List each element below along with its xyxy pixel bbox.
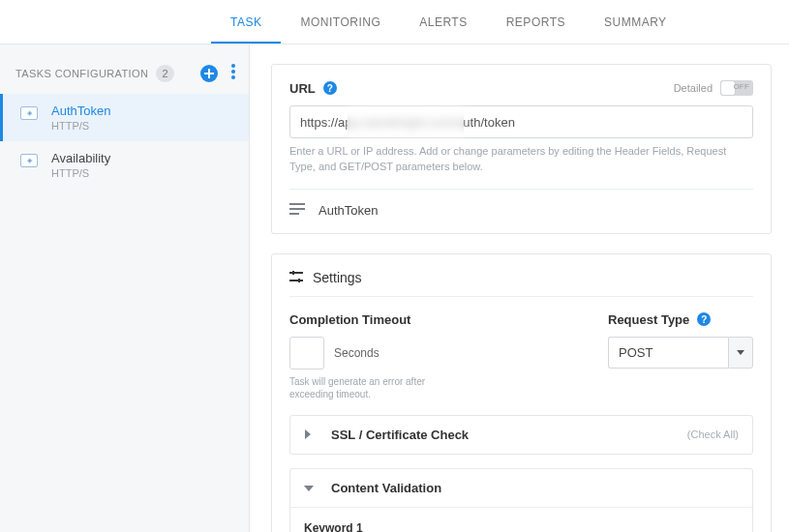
completion-timeout-hint: Task will generate an error after exceed… [289, 375, 444, 401]
content-validation-accordion: Content Validation Keyword 1 [289, 468, 753, 532]
svg-point-0 [231, 64, 235, 68]
completion-timeout-block: Completion Timeout Seconds Task will gen… [289, 312, 444, 401]
plus-icon [204, 69, 214, 78]
settings-title: Settings [313, 270, 362, 285]
content-validation-body: Keyword 1 [290, 507, 752, 532]
detailed-toggle[interactable]: OFF [720, 80, 753, 96]
ssl-check-all-link[interactable]: (Check All) [687, 429, 739, 440]
tab-reports[interactable]: REPORTS [487, 2, 585, 44]
svg-point-2 [231, 75, 235, 79]
ssl-accordion: SSL / Certificate Check (Check All) [289, 415, 753, 455]
sidebar-item-availability[interactable]: ◈ Availability HTTP/S [0, 141, 249, 189]
divider [289, 189, 753, 190]
svg-point-1 [231, 70, 235, 74]
toggle-state-text: OFF [733, 82, 749, 91]
sidebar: TASKS CONFIGURATION 2 ◈ AuthToken HTTP/S… [0, 44, 250, 532]
ssl-accordion-toggle[interactable]: SSL / Certificate Check (Check All) [290, 416, 752, 454]
more-menu-button[interactable] [231, 64, 235, 82]
sidebar-header: TASKS CONFIGURATION 2 [0, 52, 249, 94]
url-label: URL [289, 81, 316, 96]
completion-timeout-unit: Seconds [334, 346, 379, 360]
redacted-overlay [348, 106, 464, 137]
url-card: URL ? Detailed OFF Enter a URL or IP add… [271, 64, 772, 234]
task-type-icon: ◈ [20, 106, 38, 120]
content-validation-toggle[interactable]: Content Validation [290, 469, 752, 507]
request-type-label: Request Type [608, 312, 689, 327]
tab-monitoring[interactable]: MONITORING [281, 2, 400, 44]
settings-card: Settings Completion Timeout Seconds Task… [271, 253, 772, 532]
kebab-icon [231, 64, 235, 79]
request-type-block: Request Type ? POST [608, 312, 753, 401]
content-validation-title: Content Validation [331, 481, 441, 495]
keyword-label: Keyword 1 [304, 521, 739, 532]
tab-summary[interactable]: SUMMARY [585, 2, 686, 44]
task-type-icon: ◈ [20, 154, 38, 167]
tab-task[interactable]: TASK [211, 2, 281, 44]
completion-timeout-input[interactable] [289, 337, 324, 369]
request-type-value: POST [608, 337, 728, 369]
detailed-label: Detailed [674, 82, 713, 94]
caret-down-icon [737, 350, 744, 355]
step-list-icon [289, 203, 305, 218]
main-panel: URL ? Detailed OFF Enter a URL or IP add… [250, 44, 789, 532]
sidebar-title: TASKS CONFIGURATION [15, 68, 148, 79]
url-help-icon[interactable]: ? [323, 81, 337, 95]
task-name: AuthToken [51, 103, 110, 118]
completion-timeout-label: Completion Timeout [289, 312, 444, 327]
request-type-select[interactable]: POST [608, 337, 753, 369]
ssl-title: SSL / Certificate Check [331, 428, 469, 442]
step-name: AuthToken [319, 203, 378, 218]
sidebar-item-authtoken[interactable]: ◈ AuthToken HTTP/S [0, 94, 249, 141]
top-tabs: TASK MONITORING ALERTS REPORTS SUMMARY [0, 0, 789, 44]
add-task-button[interactable] [200, 65, 218, 82]
task-protocol: HTTP/S [51, 167, 110, 179]
request-type-help-icon[interactable]: ? [697, 312, 711, 326]
chevron-right-icon [304, 428, 318, 442]
settings-sliders-icon [289, 270, 303, 286]
task-protocol: HTTP/S [51, 120, 110, 132]
task-name: Availability [51, 151, 110, 165]
tasks-count-badge: 2 [156, 65, 173, 82]
request-type-dropdown-arrow[interactable] [728, 337, 753, 369]
step-row: AuthToken [289, 203, 753, 218]
url-hint: Enter a URL or IP address. Add or change… [289, 144, 753, 175]
chevron-down-icon [304, 481, 318, 495]
tab-alerts[interactable]: ALERTS [400, 2, 486, 44]
